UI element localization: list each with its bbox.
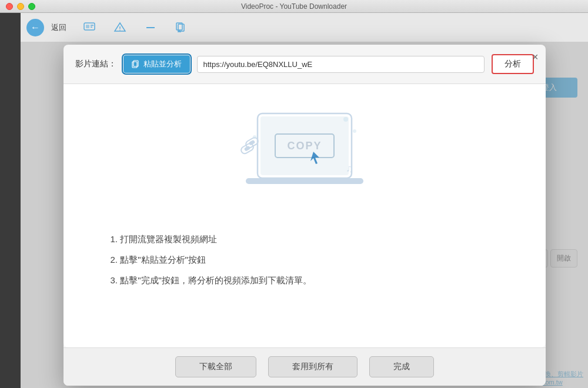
svg-rect-1 [86, 25, 89, 28]
instruction-3: 3. 點擊"完成"按鈕，將分析的視頻添加到下載清單。 [111, 272, 499, 288]
instructions-container: 1. 打開流覽器複製視頻網址 2. 點擊"粘貼並分析"按鈕 3. 點擊"完成"按… [87, 231, 522, 293]
download-all-button[interactable]: 下載全部 [175, 356, 256, 377]
youtube-downloader-dialog: 影片連結： 粘貼並分析 分析 × [64, 45, 546, 386]
toolbar-icon-1-svg [83, 22, 96, 34]
dialog-content: COPY [64, 84, 546, 347]
toolbar-icon-3[interactable] [144, 22, 157, 34]
svg-point-25 [353, 129, 356, 133]
svg-point-24 [343, 117, 348, 122]
analyze-button[interactable]: 分析 [492, 54, 534, 74]
url-input[interactable] [197, 56, 485, 73]
laptop-svg: COPY [222, 102, 387, 219]
svg-text:COPY: COPY [287, 140, 322, 152]
toolbar-icon-2[interactable] [113, 22, 126, 34]
close-dialog-button[interactable]: × [532, 52, 539, 62]
toolbar-icon-1[interactable] [83, 22, 96, 34]
toolbar-icon-4-svg [175, 22, 188, 34]
maximize-traffic-light[interactable] [28, 3, 35, 10]
toolbar-icon-3-svg [144, 22, 157, 34]
toolbar: ← 返回 [21, 13, 588, 42]
back-arrow-icon: ← [31, 23, 40, 32]
close-traffic-light[interactable] [6, 3, 13, 10]
toolbar-icon-4[interactable] [175, 22, 188, 34]
instruction-2: 2. 點擊"粘貼並分析"按鈕 [111, 252, 499, 267]
svg-point-26 [253, 135, 256, 139]
toolbar-icon-2-svg [113, 22, 126, 34]
done-button[interactable]: 完成 [369, 356, 434, 377]
apply-all-button[interactable]: 套用到所有 [268, 356, 358, 377]
paste-analyze-label: 粘貼並分析 [143, 59, 182, 69]
video-link-label: 影片連結： [75, 59, 116, 69]
sidebar [0, 13, 21, 388]
dialog-topbar: 影片連結： 粘貼並分析 分析 × [64, 45, 546, 84]
paste-analyze-button[interactable]: 粘貼並分析 [123, 55, 190, 73]
back-button[interactable]: ← [26, 19, 44, 36]
app-container: ← 返回 [0, 13, 588, 388]
svg-rect-16 [246, 178, 363, 184]
content-area: 登入 瀏覽 開啟 影片連結： [21, 42, 588, 388]
svg-text:♫: ♫ [346, 163, 354, 175]
dialog-overlay: 影片連結： 粘貼並分析 分析 × [21, 42, 588, 388]
dialog-footer: 下載全部 套用到所有 完成 [64, 347, 546, 386]
instruction-1: 1. 打開流覽器複製視頻網址 [111, 231, 499, 247]
toolbar-icons [83, 22, 188, 34]
minimize-traffic-light[interactable] [17, 3, 24, 10]
copy-illustration: COPY [222, 102, 387, 219]
main-content: ← 返回 [21, 13, 588, 388]
svg-point-6 [119, 29, 121, 31]
back-label: 返回 [51, 22, 66, 33]
window-title: VideoProc - YouTube Downloader [241, 2, 347, 11]
window-chrome: VideoProc - YouTube Downloader [0, 0, 588, 13]
paste-icon [132, 60, 140, 68]
